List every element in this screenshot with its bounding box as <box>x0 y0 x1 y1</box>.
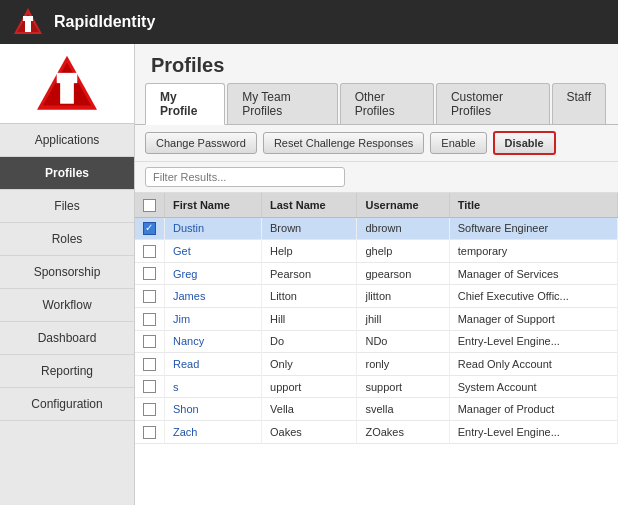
row-first-name: Dustin <box>165 217 262 240</box>
table-row[interactable]: ReadOnlyronlyRead Only Account <box>135 353 618 376</box>
row-checkbox-cell <box>135 307 165 330</box>
row-checkbox[interactable] <box>143 358 156 371</box>
th-username: Username <box>357 193 449 217</box>
table-row[interactable]: GetHelpghelptemporary <box>135 240 618 263</box>
row-checkbox[interactable] <box>143 222 156 235</box>
row-first-name: James <box>165 285 262 308</box>
sidebar-item-applications[interactable]: Applications <box>0 124 134 157</box>
page-title: Profiles <box>135 44 618 83</box>
header-logo-icon <box>12 6 44 38</box>
th-checkbox <box>135 193 165 217</box>
row-first-name: Jim <box>165 307 262 330</box>
sidebar-item-roles[interactable]: Roles <box>0 223 134 256</box>
row-first-name: Get <box>165 240 262 263</box>
svg-rect-6 <box>60 81 74 103</box>
row-checkbox-cell <box>135 240 165 263</box>
row-username: gpearson <box>357 262 449 285</box>
tab-customer-profiles[interactable]: Customer Profiles <box>436 83 550 124</box>
row-checkbox[interactable] <box>143 245 156 258</box>
svg-rect-3 <box>23 16 33 21</box>
row-username: ZOakes <box>357 420 449 443</box>
row-last-name: Litton <box>262 285 357 308</box>
row-last-name: Vella <box>262 398 357 421</box>
row-title: Manager of Services <box>449 262 617 285</box>
table-row[interactable]: NancyDoNDoEntry-Level Engine... <box>135 330 618 353</box>
sidebar: ApplicationsProfilesFilesRolesSponsorshi… <box>0 44 135 505</box>
row-checkbox[interactable] <box>143 267 156 280</box>
row-checkbox[interactable] <box>143 380 156 393</box>
row-last-name: upport <box>262 375 357 398</box>
row-last-name: Help <box>262 240 357 263</box>
row-last-name: Brown <box>262 217 357 240</box>
row-last-name: Oakes <box>262 420 357 443</box>
th-title: Title <box>449 193 617 217</box>
row-title: temporary <box>449 240 617 263</box>
enable-button[interactable]: Enable <box>430 132 486 154</box>
sidebar-item-workflow[interactable]: Workflow <box>0 289 134 322</box>
row-username: dbrown <box>357 217 449 240</box>
tab-my-profile[interactable]: My Profile <box>145 83 225 125</box>
table-row[interactable]: JimHilljhillManager of Support <box>135 307 618 330</box>
profiles-table-container: First Name Last Name Username Title Dust… <box>135 193 618 505</box>
sidebar-item-dashboard[interactable]: Dashboard <box>0 322 134 355</box>
row-first-name: Read <box>165 353 262 376</box>
sidebar-logo-area <box>0 44 134 124</box>
profiles-table: First Name Last Name Username Title Dust… <box>135 193 618 444</box>
row-last-name: Pearson <box>262 262 357 285</box>
tab-other-profiles[interactable]: Other Profiles <box>340 83 434 124</box>
row-username: ghelp <box>357 240 449 263</box>
row-checkbox-cell <box>135 285 165 308</box>
table-row[interactable]: ShonVellasvellaManager of Product <box>135 398 618 421</box>
sidebar-item-profiles[interactable]: Profiles <box>0 157 134 190</box>
change-password-button[interactable]: Change Password <box>145 132 257 154</box>
table-row[interactable]: GregPearsongpearsonManager of Services <box>135 262 618 285</box>
filter-area <box>135 162 618 193</box>
row-username: jlitton <box>357 285 449 308</box>
sidebar-item-reporting[interactable]: Reporting <box>0 355 134 388</box>
sidebar-item-configuration[interactable]: Configuration <box>0 388 134 421</box>
row-title: Software Engineer <box>449 217 617 240</box>
tab-staff[interactable]: Staff <box>552 83 606 124</box>
row-last-name: Only <box>262 353 357 376</box>
sidebar-nav: ApplicationsProfilesFilesRolesSponsorshi… <box>0 124 134 421</box>
reset-challenge-button[interactable]: Reset Challenge Responses <box>263 132 424 154</box>
th-first-name: First Name <box>165 193 262 217</box>
table-row[interactable]: DustinBrowndbrownSoftware Engineer <box>135 217 618 240</box>
row-first-name: s <box>165 375 262 398</box>
row-first-name: Shon <box>165 398 262 421</box>
disable-button[interactable]: Disable <box>493 131 556 155</box>
row-checkbox-cell <box>135 262 165 285</box>
row-checkbox[interactable] <box>143 403 156 416</box>
row-checkbox[interactable] <box>143 426 156 439</box>
filter-input[interactable] <box>145 167 345 187</box>
table-row[interactable]: ZachOakesZOakesEntry-Level Engine... <box>135 420 618 443</box>
row-checkbox[interactable] <box>143 290 156 303</box>
content-area: Profiles My Profile My Team Profiles Oth… <box>135 44 618 505</box>
th-last-name: Last Name <box>262 193 357 217</box>
row-title: Manager of Product <box>449 398 617 421</box>
row-first-name: Greg <box>165 262 262 285</box>
row-checkbox-cell <box>135 398 165 421</box>
row-username: jhill <box>357 307 449 330</box>
sidebar-item-files[interactable]: Files <box>0 190 134 223</box>
row-title: Manager of Support <box>449 307 617 330</box>
row-checkbox-cell <box>135 420 165 443</box>
row-checkbox[interactable] <box>143 335 156 348</box>
sidebar-item-sponsorship[interactable]: Sponsorship <box>0 256 134 289</box>
row-checkbox[interactable] <box>143 313 156 326</box>
row-title: System Account <box>449 375 617 398</box>
tab-my-team-profiles[interactable]: My Team Profiles <box>227 83 337 124</box>
table-row[interactable]: JamesLittonjlittonChief Executive Offic.… <box>135 285 618 308</box>
table-row[interactable]: supportsupportSystem Account <box>135 375 618 398</box>
row-last-name: Hill <box>262 307 357 330</box>
select-all-checkbox[interactable] <box>143 199 156 212</box>
row-title: Read Only Account <box>449 353 617 376</box>
row-title: Entry-Level Engine... <box>449 330 617 353</box>
row-title: Chief Executive Offic... <box>449 285 617 308</box>
row-username: ronly <box>357 353 449 376</box>
row-checkbox-cell <box>135 375 165 398</box>
table-header-row: First Name Last Name Username Title <box>135 193 618 217</box>
row-last-name: Do <box>262 330 357 353</box>
row-first-name: Zach <box>165 420 262 443</box>
row-username: svella <box>357 398 449 421</box>
